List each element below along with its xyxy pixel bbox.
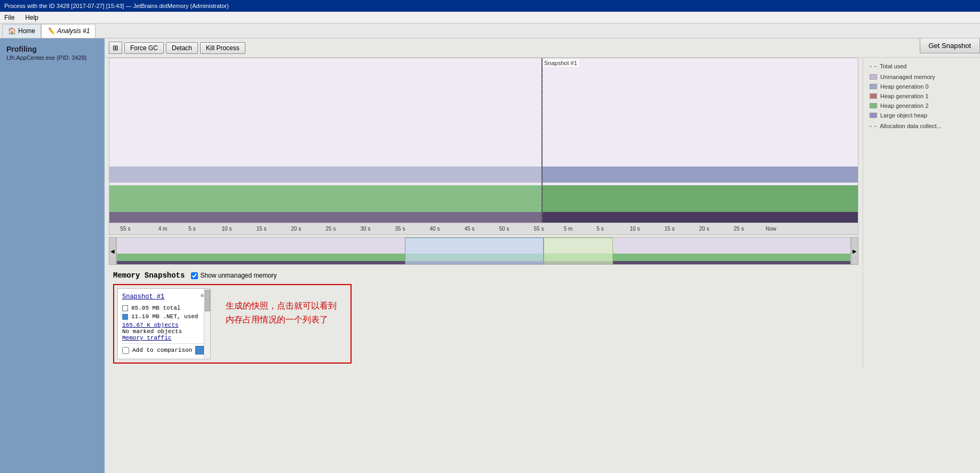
legend-panel: - - Total used Unmanaged memory Heap gen… — [863, 58, 980, 368]
tick-5m: 5 m — [564, 226, 573, 232]
pencil-icon: ✏️ — [47, 27, 55, 35]
tick-25s-a: 25 s — [326, 226, 336, 232]
legend-total-used: - - Total used — [870, 62, 974, 70]
legend-heap-gen0: Heap generation 0 — [870, 83, 974, 90]
snapshots-header: Memory Snapshots Show unmanaged memory — [113, 271, 854, 280]
unmanaged-swatch-icon — [870, 74, 877, 80]
snapshots-title: Memory Snapshots — [113, 271, 185, 280]
tick-20s-a: 20 s — [291, 226, 301, 232]
used-mb: 11.19 MB — [131, 313, 160, 320]
chart-band-green-right — [541, 185, 858, 212]
memory-traffic-link[interactable]: Memory traffic — [122, 335, 206, 341]
total-checkbox[interactable] — [122, 305, 128, 311]
legend-unmanaged-label: Unmanaged memory — [880, 74, 935, 80]
heap-gen2-swatch-icon — [870, 103, 877, 108]
used-swatch — [122, 314, 128, 320]
mini-selection-right[interactable] — [544, 238, 613, 264]
annotation-line2: 内存占用情况的一个列表了 — [226, 313, 337, 327]
used-label: 11.19 MB .NET, used — [131, 313, 198, 320]
main-layout: Profiling Lfh.AppCenter.exe (PID: 3428) … — [0, 38, 980, 473]
time-axis: 55 s 4 m 5 s 10 s 15 s 20 s 25 s 30 s 35… — [109, 223, 858, 235]
heap-gen0-swatch-icon — [870, 84, 877, 89]
total-memory-row: 85.05 MB total — [122, 305, 206, 311]
bottom-section: Memory Snapshots Show unmanaged memory S… — [105, 267, 863, 368]
detach-button[interactable]: Detach — [166, 42, 198, 54]
tick-5s-b: 5 s — [596, 226, 603, 232]
legend-total-used-label: Total used — [880, 63, 906, 69]
tick-50s: 50 s — [499, 226, 509, 232]
chart-band-blue-right — [541, 167, 858, 183]
card-scrollbar[interactable] — [204, 289, 210, 359]
add-to-comparison-row: Add to comparison — [122, 346, 206, 354]
show-unmanaged-text: Show unmanaged memory — [200, 272, 276, 279]
show-unmanaged-checkbox[interactable] — [191, 272, 198, 279]
total-used-dash-icon: - - — [870, 62, 877, 70]
sidebar-subtitle: Lfh.AppCenter.exe (PID: 3428) — [0, 54, 105, 65]
chart-and-legend: Snapshot #1 55 s 4 m 5 s 10 s 15 s 20 s … — [105, 58, 980, 368]
legend-heap-gen1-label: Heap generation 1 — [880, 93, 929, 99]
tick-15s-a: 15 s — [257, 226, 267, 232]
home-icon: 🏠 — [8, 27, 16, 35]
legend-loh: Large object heap — [870, 112, 974, 119]
kill-process-button[interactable]: Kill Process — [200, 42, 245, 54]
mini-nav-right[interactable]: ▶ — [851, 237, 858, 265]
card-divider — [122, 343, 206, 344]
chart-band-dark-right — [541, 212, 858, 223]
menu-bar: File Help — [0, 12, 980, 23]
tab-home-label: Home — [18, 27, 35, 35]
legend-loh-label: Large object heap — [880, 112, 927, 119]
title-text: Process with the ID 3428 [2017-07-27] [1… — [4, 3, 229, 9]
mini-nav-left[interactable]: ◀ — [109, 237, 116, 265]
main-chart: Snapshot #1 — [109, 58, 858, 223]
tick-10s-b: 10 s — [630, 226, 640, 232]
loh-swatch-icon — [870, 113, 877, 118]
tick-40s: 40 s — [430, 226, 440, 232]
mini-chart-container: ◀ ▶ — [109, 237, 858, 265]
snapshot-card-title[interactable]: Snapshot #1 — [122, 293, 206, 301]
tick-35s: 35 s — [395, 226, 405, 232]
legend-unmanaged: Unmanaged memory — [870, 74, 974, 80]
tick-15s-b: 15 s — [665, 226, 675, 232]
tab-home[interactable]: 🏠 Home — [2, 24, 41, 38]
total-label: 85.05 MB total — [131, 305, 180, 311]
allocation-dash-icon: - - — [870, 122, 877, 130]
annotation-text: 生成的快照，点击就可以看到 内存占用情况的一个列表了 — [215, 288, 347, 359]
annotation-line1: 生成的快照，点击就可以看到 — [226, 299, 337, 313]
tab-analysis1-label: Analysis #1 — [57, 27, 90, 35]
legend-heap-gen1: Heap generation 1 — [870, 93, 974, 99]
snapshot-label: Snapshot #1 — [543, 59, 579, 67]
tick-45s: 45 s — [465, 226, 475, 232]
snapshot-card[interactable]: Snapshot #1 ✏ 85.05 MB total — [117, 288, 211, 359]
mini-selection-left[interactable] — [405, 238, 544, 264]
tick-25s-b: 25 s — [734, 226, 744, 232]
chart-inner: Snapshot #1 55 s 4 m 5 s 10 s 15 s 20 s … — [105, 58, 863, 368]
menu-file[interactable]: File — [2, 13, 17, 22]
mini-chart — [116, 237, 851, 265]
menu-help[interactable]: Help — [23, 13, 41, 22]
tick-5s-a: 5 s — [188, 226, 195, 232]
title-bar: Process with the ID 3428 [2017-07-27] [1… — [0, 0, 980, 12]
content-area: ⊞ Force GC Detach Kill Process Get Snaps… — [105, 38, 980, 473]
objects-link[interactable]: 165.67 K objects — [122, 322, 206, 328]
add-comparison-checkbox[interactable] — [122, 347, 129, 354]
get-snapshot-button[interactable]: Get Snapshot — [920, 38, 981, 53]
snapshot-icon-button[interactable]: ⊞ — [109, 42, 122, 54]
legend-allocation-label: Allocation data collect... — [880, 123, 942, 129]
show-unmanaged-label[interactable]: Show unmanaged memory — [191, 272, 276, 279]
scroll-thumb[interactable] — [205, 290, 210, 311]
no-marked-label: No marked objects — [122, 328, 206, 335]
total-unit: total — [163, 305, 180, 311]
legend-allocation: - - Allocation data collect... — [870, 122, 974, 130]
sidebar-section-title: Profiling — [0, 43, 105, 54]
legend-heap-gen0-label: Heap generation 0 — [880, 83, 929, 90]
add-comparison-label: Add to comparison — [132, 347, 192, 353]
tab-analysis1[interactable]: ✏️ Analysis #1 — [41, 24, 95, 38]
force-gc-button[interactable]: Force GC — [124, 42, 164, 54]
tick-55s: 55 s — [121, 226, 131, 232]
used-memory-row: 11.19 MB .NET, used — [122, 313, 206, 320]
tick-55s-b: 55 s — [534, 226, 544, 232]
tick-4m: 4 m — [158, 226, 168, 232]
total-mb: 85.05 MB — [131, 305, 160, 311]
legend-heap-gen2: Heap generation 2 — [870, 103, 974, 109]
heap-gen1-swatch-icon — [870, 93, 877, 99]
